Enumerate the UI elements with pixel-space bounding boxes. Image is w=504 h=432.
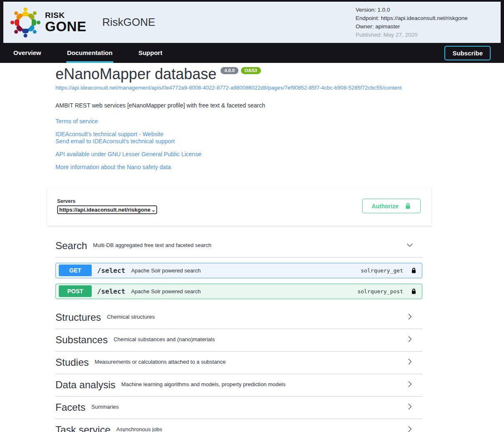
operation-description: Apache Solr powered search [131,288,201,295]
swagger-main: eNanoMapper database 4.0.0 OAS3 https://… [0,66,504,432]
scheme-container: Servers https://api.ideaconsult.net/risk… [47,187,431,226]
method-badge: GET [59,265,92,276]
chevron-right-icon [406,425,414,432]
tag-description: Chemical structures [107,314,155,320]
oas3-badge: OAS3 [241,67,261,74]
tag-name: Studies [55,357,89,368]
tag-description: Multi-DB aggregated free text and facete… [93,242,211,248]
chevron-right-icon [406,335,414,345]
api-meta: Version: 1.0.0 Endpoint: https://api.ide… [356,6,493,39]
api-title-row: eNanoMapper database 4.0.0 OAS3 [55,66,422,82]
riskgone-logo: RISK GONE [11,8,86,37]
tag-description: Measurements or calculations attached to… [95,359,226,365]
chevron-down-icon [151,208,156,214]
terms-of-service-link[interactable]: Terms of service [55,118,98,125]
tag-name: Substances [55,334,108,346]
authorize-button[interactable]: Authorize [362,199,421,213]
meta-owner: Owner: apimaster [356,22,493,31]
meta-version: Version: 1.0.0 [356,6,493,14]
tag-name: Facets [55,402,85,413]
chevron-down-icon [406,241,414,251]
tag-name: Search [55,240,87,252]
tag-header-task-service[interactable]: Task service Asynchronous jobs [55,419,422,432]
subscribe-button[interactable]: Subscribe [444,46,491,60]
operation-id: solrquery_get [361,267,403,274]
tag-description: Asynchronous jobs [116,426,162,432]
more-info-link[interactable]: More information about the Nano safety d… [55,164,171,171]
logo-text-gone: GONE [45,20,86,33]
chevron-right-icon [406,357,414,367]
tag-name: Data analysis [55,379,115,391]
logo-wordmark: RISK GONE [45,11,86,33]
operation-path: /select [97,267,125,275]
operation-path: /select [97,287,125,295]
support-email-link[interactable]: Send email to IDEAconsult's technical su… [55,138,175,145]
support-website-link[interactable]: IDEAconsult's technical support - Websit… [55,131,163,138]
operation-id: solrquery_post [357,288,403,295]
operation-description: Apache Solr powered search [131,267,201,274]
tag-header-search[interactable]: Search Multi-DB aggregated free text and… [55,235,422,257]
spec-url-link[interactable]: https://api.ideaconsult.net/management/a… [55,85,401,91]
chevron-right-icon [406,402,414,412]
meta-endpoint: Endpoint: https://api.ideaconsult.net/ri… [356,14,493,22]
operations-list: Search Multi-DB aggregated free text and… [55,235,422,432]
api-badges: 4.0.0 OAS3 [221,67,261,74]
server-select-value: https://api.ideaconsult.net/riskgone [59,207,150,213]
method-badge: POST [59,285,92,297]
auth-lock-button[interactable] [411,267,417,274]
top-frame: RISK GONE RiskGONE Version: 1.0.0 Endpoi… [0,0,504,63]
server-select[interactable]: https://api.ideaconsult.net/riskgone [57,205,157,214]
meta-published: Published: May 27, 2020 [356,31,493,39]
tag-header-structures[interactable]: Structures Chemical structures [55,307,422,329]
version-badge: 4.0.0 [221,67,238,74]
opblock-get-select[interactable]: GET /select Apache Solr powered search s… [55,263,422,278]
nav-documentation[interactable]: Documentation [67,43,113,63]
lock-icon [404,202,411,210]
portal-title: RiskGONE [102,16,155,29]
api-links: Terms of service IDEAconsult's technical… [55,118,422,171]
auth-lock-button[interactable] [411,288,417,295]
tag-name: Task service [55,424,110,432]
tag-header-substances[interactable]: Substances Chemical substances and (nano… [55,329,422,352]
chevron-right-icon [406,312,414,322]
tag-description: Summaries [91,404,119,410]
license-link[interactable]: API available under GNU Lesser General P… [55,151,201,158]
servers-label: Servers [57,198,157,204]
nav-support[interactable]: Support [138,43,163,63]
riskgone-logo-icon [11,8,40,37]
logo-text-risk: RISK [45,11,86,19]
opblock-post-select[interactable]: POST /select Apache Solr powered search … [55,284,422,299]
main-nav: Overview Documentation Support Subscribe [3,43,501,63]
nav-overview[interactable]: Overview [13,43,41,63]
chevron-right-icon [406,380,414,390]
api-description: AMBIT REST web services [eNanoMapper pro… [55,102,422,109]
servers-block: Servers https://api.ideaconsult.net/risk… [57,198,157,214]
section-search: Search Multi-DB aggregated free text and… [55,235,422,299]
tag-name: Structures [55,312,101,323]
tag-header-facets[interactable]: Facets Summaries [55,397,422,419]
tag-header-studies[interactable]: Studies Measurements or calculations att… [55,352,422,374]
tag-description: Chemical substances and (nano)materials [113,336,215,342]
tag-description: Machine learning algorithms and models, … [121,381,286,387]
authorize-label: Authorize [371,203,399,210]
site-header: RISK GONE RiskGONE Version: 1.0.0 Endpoi… [3,2,501,43]
tag-header-data-analysis[interactable]: Data analysis Machine learning algorithm… [55,374,422,397]
api-title: eNanoMapper database [55,66,216,82]
